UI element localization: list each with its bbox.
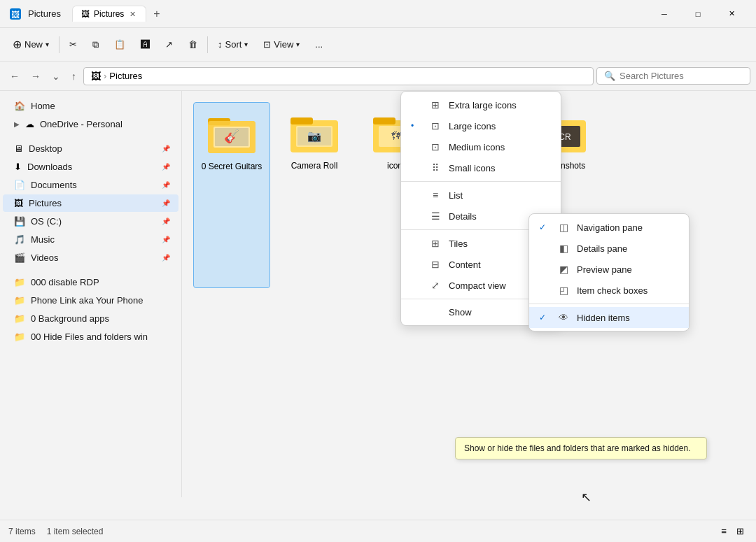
window-title: Pictures: [28, 8, 61, 19]
toolbar-separator-1: [59, 36, 59, 53]
sidebar-item-label: Phone Link aka Your Phone: [31, 295, 170, 306]
sidebar-item-label: Downloads: [27, 162, 156, 172]
grid-view-button[interactable]: ⊞: [733, 524, 748, 539]
pin-icon: 📌: [162, 181, 170, 189]
sidebar-item-label: Documents: [31, 180, 156, 190]
sidebar-item-downloads[interactable]: ⬇ Downloads 📌: [3, 158, 178, 176]
more-button[interactable]: ...: [308, 35, 330, 54]
tab-close-button[interactable]: ✕: [128, 10, 137, 19]
new-icon: ⊕: [13, 38, 22, 51]
menu-item-label: Preview pane: [577, 264, 679, 275]
nav-pane-icon: ◫: [557, 222, 570, 233]
menu-item-nav-pane[interactable]: ✓ ◫ Navigation pane: [529, 217, 689, 238]
pin-icon: 📌: [162, 163, 170, 171]
menu-item-item-checkboxes[interactable]: ◰ Item check boxes: [529, 280, 689, 301]
search-icon: 🔍: [604, 71, 615, 81]
folder-icon: 📁: [14, 277, 25, 287]
sidebar-item-videos[interactable]: 🎬 Videos 📌: [3, 249, 178, 266]
osc-icon: 💾: [14, 216, 25, 227]
menu-item-label: Large icons: [449, 121, 551, 131]
sort-icon: ↕: [218, 39, 223, 50]
tooltip-text: Show or hide the files and folders that …: [464, 443, 691, 453]
breadcrumb[interactable]: 🖼 › Pictures: [83, 67, 594, 85]
menu-item-large[interactable]: • ⊡ Large icons: [401, 115, 561, 136]
show-submenu: ✓ ◫ Navigation pane ◧ Details pane ◩ Pre…: [528, 213, 690, 331]
paste-button[interactable]: 📋: [107, 35, 132, 54]
close-button[interactable]: ✕: [715, 3, 748, 25]
file-item[interactable]: 📷 Camera Roll: [276, 102, 353, 288]
view-chevron-icon: ▾: [296, 41, 300, 48]
onedrive-icon: ☁: [25, 119, 34, 129]
svg-text:📷: 📷: [307, 129, 321, 143]
new-button[interactable]: ⊕ New ▾: [6, 34, 56, 55]
share-button[interactable]: ↗: [158, 35, 180, 54]
toolbar-separator-2: [207, 36, 208, 53]
cut-button[interactable]: ✂: [62, 35, 84, 54]
menu-item-medium[interactable]: ⊡ Medium icons: [401, 136, 561, 157]
sidebar-item-documents[interactable]: 📄 Documents 📌: [3, 176, 178, 194]
menu-item-label: Details pane: [577, 243, 679, 254]
folder-icon: 📁: [14, 331, 25, 342]
back-button[interactable]: ←: [6, 68, 24, 85]
check-icon: ✓: [539, 222, 550, 232]
medium-icon: ⊡: [429, 141, 442, 152]
search-box[interactable]: 🔍: [596, 67, 750, 85]
delete-button[interactable]: 🗑: [181, 35, 204, 54]
videos-icon: 🎬: [14, 252, 25, 263]
sidebar-item-onedrive[interactable]: ▶ ☁ OneDrive - Personal: [3, 115, 178, 133]
sidebar-item-music[interactable]: 🎵 Music 📌: [3, 231, 178, 248]
menu-item-preview-pane[interactable]: ◩ Preview pane: [529, 259, 689, 280]
documents-icon: 📄: [14, 180, 25, 190]
sidebar-item-label: Home: [31, 101, 170, 111]
sidebar-item-label: 0 Background apps: [31, 313, 170, 324]
folder-icon: 🎸: [204, 108, 260, 159]
sidebar-item-hidefiles[interactable]: 📁 00 Hide Files and folders win: [3, 328, 178, 345]
rename-button[interactable]: 🅰: [134, 35, 157, 54]
sidebar-item-desktop[interactable]: 🖥 Desktop 📌: [3, 140, 178, 157]
hidden-items-icon: 👁: [557, 312, 570, 323]
menu-item-label: Show: [449, 307, 538, 318]
home-icon: 🏠: [14, 101, 25, 111]
extra-large-icon: ⊞: [429, 99, 442, 110]
sidebar-item-bgapps[interactable]: 📁 0 Background apps: [3, 310, 178, 327]
sort-chevron-icon: ▾: [244, 41, 248, 48]
forward-button[interactable]: →: [27, 68, 45, 85]
menu-item-details-pane[interactable]: ◧ Details pane: [529, 238, 689, 259]
window-controls: ─ □ ✕: [648, 3, 748, 25]
copy-button[interactable]: ⧉: [85, 35, 106, 55]
recent-locations-button[interactable]: ⌄: [48, 68, 64, 85]
menu-item-list[interactable]: ≡ List: [401, 185, 561, 206]
sort-button[interactable]: ↕ Sort ▾: [211, 35, 255, 54]
new-tab-button[interactable]: +: [149, 8, 164, 20]
sidebar-item-phonelink[interactable]: 📁 Phone Link aka Your Phone: [3, 292, 178, 309]
downloads-icon: ⬇: [14, 162, 22, 172]
address-bar: ← → ⌄ ↑ 🖼 › Pictures 🔍: [0, 62, 756, 91]
title-bar-left: 🖼 Pictures: [8, 7, 61, 21]
view-label: View: [274, 39, 293, 50]
menu-item-label: Extra large icons: [449, 100, 551, 110]
folder-icon: 📁: [14, 313, 25, 324]
file-item[interactable]: 🎸 0 Secret Guitars: [193, 102, 270, 288]
cut-icon: ✂: [69, 39, 77, 50]
menu-item-label: Medium icons: [449, 142, 551, 152]
up-button[interactable]: ↑: [67, 68, 80, 85]
list-view-button[interactable]: ≡: [718, 524, 730, 539]
menu-item-small[interactable]: ⠿ Small icons: [401, 157, 561, 178]
menu-item-hidden-items[interactable]: ✓ 👁 Hidden items: [529, 307, 689, 328]
sidebar-item-pictures[interactable]: 🖼 Pictures 📌: [3, 194, 178, 212]
sidebar-item-home[interactable]: 🏠 Home: [3, 97, 178, 115]
sidebar-item-osc[interactable]: 💾 OS (C:) 📌: [3, 213, 178, 230]
view-mode-buttons: ≡ ⊞: [718, 524, 748, 539]
menu-item-label: Item check boxes: [577, 285, 679, 296]
item-count: 7 items: [8, 527, 36, 536]
breadcrumb-separator: ›: [104, 71, 106, 81]
minimize-button[interactable]: ─: [648, 3, 680, 25]
view-button[interactable]: ⊡ View ▾: [256, 35, 307, 54]
tab-pictures[interactable]: 🖼 Pictures ✕: [72, 6, 146, 22]
app-icon: 🖼: [8, 7, 22, 21]
search-input[interactable]: [620, 71, 743, 81]
sidebar-item-rdp[interactable]: 📁 000 disable RDP: [3, 273, 178, 291]
maximize-button[interactable]: □: [682, 3, 714, 25]
menu-item-extra-large[interactable]: ⊞ Extra large icons: [401, 94, 561, 115]
title-bar: 🖼 Pictures 🖼 Pictures ✕ + ─ □ ✕: [0, 0, 756, 28]
